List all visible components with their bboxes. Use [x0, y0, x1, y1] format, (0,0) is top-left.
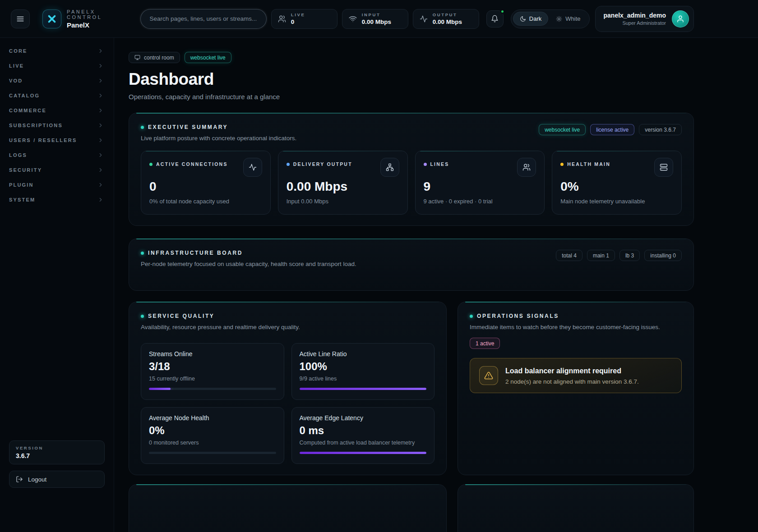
stat-dot	[424, 163, 427, 166]
sidebar-item-plugin[interactable]: PLUGIN	[0, 177, 114, 192]
page-badges: control room websocket live	[129, 52, 694, 63]
health-main-header: HEALTH MAIN	[560, 158, 610, 167]
progress-track	[149, 452, 276, 454]
stat-dot	[287, 163, 290, 166]
service-quality-card: SERVICE QUALITY Availability, resource p…	[129, 302, 447, 475]
active-connections-value: 0	[149, 179, 262, 194]
sun-icon	[556, 16, 562, 22]
notification-dot	[500, 9, 504, 14]
sidebar-item-label: SECURITY	[9, 167, 42, 173]
output-stat-chip: OUTPUT 0.00 Mbps	[413, 9, 479, 29]
theme-dark-label: Dark	[529, 15, 541, 22]
theme-dark-button[interactable]: Dark	[513, 12, 548, 26]
alert-title: Load balancer alignment required	[505, 367, 639, 375]
installing-badge: installing 0	[644, 250, 682, 261]
delivery-output-label: DELIVERY OUTPUT	[293, 161, 352, 167]
health-main-card: HEALTH MAIN 0% Main node telemetry unava…	[552, 151, 682, 215]
users-icon	[278, 15, 286, 23]
sidebar-item-users-resellers[interactable]: USERS / RESELLERS	[0, 133, 114, 147]
avatar[interactable]	[672, 10, 689, 28]
delivery-output-header: DELIVERY OUTPUT	[287, 158, 352, 167]
average-node-health-metric: Average Node Health 0% 0 monitored serve…	[141, 407, 284, 464]
websocket-live-chip: websocket live	[185, 52, 231, 63]
control-room-label: control room	[144, 55, 174, 61]
chevron-right-icon	[97, 182, 104, 188]
sidebar-item-catalog[interactable]: CATALOG	[0, 88, 114, 103]
sidebar-item-commerce[interactable]: COMMERCE	[0, 103, 114, 118]
infrastructure-header: INFRASTRUCTURE BOARD	[141, 250, 356, 256]
active-line-ratio-metric: Active Line Ratio 100% 9/9 active lines	[291, 343, 435, 400]
version-label: VERSION	[16, 445, 98, 450]
sidebar-item-subscriptions[interactable]: SUBSCRIPTIONS	[0, 118, 114, 133]
version-box: VERSION 3.6.7	[9, 440, 105, 464]
service-quality-subtitle: Availability, resource pressure and real…	[141, 324, 434, 330]
chevron-right-icon	[97, 167, 104, 173]
progress-fill	[149, 388, 171, 390]
health-main-value: 0%	[560, 179, 673, 194]
theme-white-button[interactable]: White	[549, 12, 587, 26]
sidebar-item-vod[interactable]: VOD	[0, 73, 114, 88]
chevron-right-icon	[97, 122, 104, 128]
app-logo[interactable]	[42, 9, 61, 28]
search-input[interactable]	[140, 9, 267, 29]
page-title: Dashboard	[129, 70, 694, 89]
user-name: panelx_admin_demo	[604, 12, 666, 19]
streams-online-label: Streams Online	[149, 350, 276, 358]
bell-icon	[491, 15, 499, 23]
websocket-live-label: websocket live	[190, 55, 226, 61]
service-quality-metrics: Streams Online 3/18 15 currently offline…	[141, 343, 434, 464]
executive-stat-grid: ACTIVE CONNECTIONS 0 0% of total node ca…	[141, 151, 682, 215]
lines-value: 9	[424, 179, 536, 194]
live-stat-chip: LIVE 0	[271, 9, 337, 29]
sidebar: CORE LIVE VOD CATALOG COMMERCE SUBSCRIPT…	[0, 38, 114, 532]
input-stat-label: INPUT	[362, 12, 391, 17]
sidebar-item-label: CORE	[9, 48, 28, 54]
infrastructure-board-card: INFRASTRUCTURE BOARD Per-node telemetry …	[129, 238, 694, 291]
theme-white-label: White	[565, 15, 580, 22]
infrastructure-title: INFRASTRUCTURE BOARD	[148, 250, 243, 256]
operations-signals-subtitle: Immediate items to watch before they bec…	[470, 324, 682, 330]
users-icon	[517, 158, 536, 177]
average-edge-latency-value: 0 ms	[300, 424, 427, 437]
sidebar-item-label: VOD	[9, 78, 23, 83]
section-dot	[141, 315, 144, 318]
chevron-right-icon	[97, 63, 104, 69]
lines-card: LINES 9 9 active · 0 expired · 0 trial	[415, 151, 545, 215]
delivery-output-caption: Input 0.00 Mbps	[287, 197, 374, 206]
activity-icon	[243, 158, 262, 177]
executive-summary-title: EXECUTIVE SUMMARY	[148, 124, 228, 130]
active-line-ratio-caption: 9/9 active lines	[300, 376, 427, 382]
section-dot	[470, 315, 473, 318]
executive-summary-subtitle: Live platform posture with concrete oper…	[141, 135, 296, 142]
sidebar-item-label: LOGS	[9, 152, 27, 158]
monitor-icon	[134, 55, 140, 60]
user-menu[interactable]: panelx_admin_demo Super Administrator	[595, 6, 694, 32]
sidebar-item-label: PLUGIN	[9, 182, 34, 188]
sidebar-item-core[interactable]: CORE	[0, 43, 114, 58]
active-connections-label: ACTIVE CONNECTIONS	[156, 161, 228, 167]
streams-online-value: 3/18	[149, 360, 276, 373]
sidebar-item-logs[interactable]: LOGS	[0, 147, 114, 162]
active-line-ratio-label: Active Line Ratio	[300, 350, 427, 358]
average-node-health-caption: 0 monitored servers	[149, 440, 276, 446]
theme-toggle: Dark White	[511, 9, 590, 28]
menu-button[interactable]	[11, 9, 30, 28]
progress-fill	[300, 388, 427, 390]
executive-badges: websocket live license active version 3.…	[539, 124, 682, 135]
chevron-right-icon	[97, 48, 104, 54]
user-icon	[676, 15, 684, 23]
sidebar-item-system[interactable]: SYSTEM	[0, 192, 114, 207]
sidebar-item-live[interactable]: LIVE	[0, 58, 114, 73]
user-role: Super Administrator	[604, 20, 666, 26]
progress-fill	[300, 452, 427, 454]
notifications-button[interactable]	[486, 10, 504, 28]
network-icon	[380, 158, 399, 177]
logout-button[interactable]: Logout	[9, 471, 105, 488]
sidebar-item-label: SUBSCRIPTIONS	[9, 123, 63, 128]
average-node-health-label: Average Node Health	[149, 414, 276, 422]
section-dot	[141, 252, 144, 255]
sidebar-item-security[interactable]: SECURITY	[0, 162, 114, 177]
input-stat-chip: INPUT 0.00 Mbps	[342, 9, 408, 29]
service-quality-header: SERVICE QUALITY	[141, 313, 434, 319]
delivery-output-value: 0.00 Mbps	[287, 179, 399, 194]
